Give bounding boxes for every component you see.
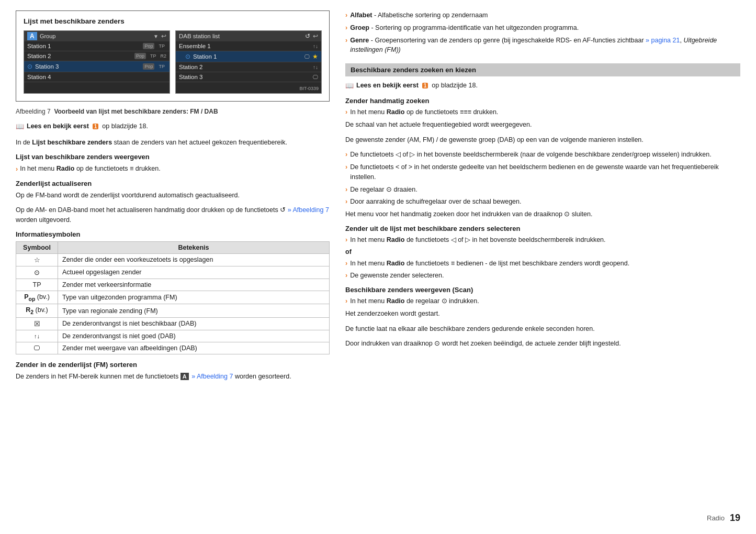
fm-header-text: A Group xyxy=(27,32,151,40)
afbeelding7-link[interactable]: » Afbeelding 7 xyxy=(288,206,329,214)
table-row: ⊙ Actueel opgeslagen zender xyxy=(16,266,330,279)
symbol-table: Symbool Betekenis ☆ Zender die onder een… xyxy=(16,241,330,354)
fm-station-tp: TP xyxy=(157,63,166,70)
bullet-1: › In het menu Radio op de functietoets ≡… xyxy=(16,164,330,174)
bullet-text: Door aanraking de schuifregelaar over de… xyxy=(350,197,521,207)
dab-header-text: DAB station list xyxy=(179,33,302,39)
table-row: ☆ Zender die onder een voorkeuzetoets is… xyxy=(16,253,330,266)
page-number: 19 xyxy=(730,513,740,524)
return-icon[interactable]: ↩ xyxy=(161,32,166,40)
col-header-betekenis: Betekenis xyxy=(58,241,330,253)
meaning-cell: Zender met verkeersinformatie xyxy=(58,279,330,291)
afbeelding7-link2[interactable]: » Afbeelding 7 xyxy=(191,373,233,380)
right-bullet-select3: › De gewenste zender selecteren. xyxy=(345,271,740,281)
section-heading-2: Zenderlijst actualiseren xyxy=(16,180,330,187)
symbol-cell: Pop (bv.) xyxy=(16,291,58,304)
screen-icon: 🖵 xyxy=(313,74,318,80)
right-bullet-select2: › In het menu Radio de functietoets ≡ be… xyxy=(345,259,740,269)
right-bullet-fn3: › De regelaar ⊙ draaien. xyxy=(345,185,740,195)
right-para2: De gewenste zender (AM, FM) / de gewenst… xyxy=(345,135,740,145)
image-caption: Afbeelding 7 Voorbeeld van lijst met bes… xyxy=(16,108,330,115)
bullet-arrow-icon: › xyxy=(345,235,347,245)
right-notice-label: Lees en bekijk eerst xyxy=(356,82,419,89)
symbol-cell: TP xyxy=(16,279,58,291)
footer-radio-label: Radio xyxy=(707,514,725,522)
section-heading-1: Lijst van beschikbare zenders weergeven xyxy=(16,153,330,161)
dab-station-name: Station 1 xyxy=(193,53,302,60)
right-bullet-genre: › Genre - Groepensortering van de zender… xyxy=(345,36,740,55)
bit-code: BIT-0339 xyxy=(176,82,321,93)
table-row: TP Zender met verkeersinformatie xyxy=(16,279,330,291)
bullet-text: De gewenste zender selecteren. xyxy=(350,271,444,281)
circle-icon: ⊙ xyxy=(185,53,190,60)
fm-station-row[interactable]: Station 1 Pop TP xyxy=(24,41,170,51)
bullet-text: In het menu Radio de functietoets ◁ of ▷… xyxy=(350,235,605,245)
bullet-arrow-icon: › xyxy=(345,23,347,33)
circle-icon: ⊙ xyxy=(27,63,32,70)
fm-station-pop: Pop xyxy=(143,43,154,49)
bullet-arrow-icon: › xyxy=(16,164,18,174)
dropdown-arrow-icon[interactable]: ▼ xyxy=(153,34,159,39)
return-icon[interactable]: ↩ xyxy=(313,32,318,40)
dab-station-name: Station 3 xyxy=(179,74,310,80)
dab-station-row[interactable]: Station 2 ↑↓ xyxy=(176,62,321,72)
refresh-icon[interactable]: ↺ xyxy=(305,32,310,40)
scan-para1: Het zenderzoeken wordt gestart. xyxy=(345,309,740,319)
bullet-arrow-icon: › xyxy=(345,36,347,46)
bullet-arrow-icon: › xyxy=(345,296,347,306)
bullet-arrow-icon: › xyxy=(345,10,347,20)
right-notice-suffix: op bladzijde 18. xyxy=(432,82,478,89)
dab-station-name: Ensemble 1 xyxy=(179,43,310,49)
fm-station-r2: R2 xyxy=(160,53,166,59)
right-bullet-fn2: › De functietoets < of > in het onderste… xyxy=(345,162,740,182)
fm-station-pop: Pop xyxy=(134,53,146,59)
fm-station-name: Station 3 xyxy=(35,63,140,70)
pagina21-link[interactable]: » pagina 21 xyxy=(646,37,680,44)
symbol-cell: R2 (bv.) xyxy=(16,304,58,318)
info-table-section: Informatiesymbolen Symbool Betekenis ☆ Z… xyxy=(16,230,330,354)
top-bullets-section: › Alfabet - Alfabetische sortering op ze… xyxy=(345,10,740,55)
fm-station-row[interactable]: Station 4 xyxy=(24,72,170,82)
dab-station-row-active[interactable]: ⊙ Station 1 🖵 ★ xyxy=(176,51,321,62)
dab-panel-header: DAB station list ↺ ↩ xyxy=(176,31,321,41)
info-table-heading: Informatiesymbolen xyxy=(16,230,330,238)
meaning-cell: Actueel opgeslagen zender xyxy=(58,266,330,279)
right-book-notice: 📖 Lees en bekijk eerst 1 op bladzijde 18… xyxy=(345,82,740,90)
dab-station-row[interactable]: Ensemble 1 ↑↓ xyxy=(176,41,321,51)
left-column: Lijst met beschikbare zenders A Group ▼ … xyxy=(16,10,330,524)
notice-text: Lees en bekijk eerst 1 op bladzijde 18. xyxy=(27,123,148,130)
bullet-arrow-icon: › xyxy=(345,107,347,117)
bullet-text: In het menu Radio op de functietoets ≡≡≡… xyxy=(350,107,498,117)
symbol-cell: ☆ xyxy=(16,253,58,266)
notice-label: Lees en bekijk eerst xyxy=(27,123,89,130)
dab-station-row[interactable]: Station 3 🖵 xyxy=(176,72,321,82)
a-box: A xyxy=(27,32,37,40)
actualiseren-para2: Op de AM- en DAB-band moet het actualise… xyxy=(16,205,330,225)
fm-station-row[interactable]: Station 2 Pop TP R2 xyxy=(24,51,170,61)
right-bullet-alfabet: › Alfabet - Alfabetische sortering op ze… xyxy=(345,10,740,20)
right-bullet-groep: › Groep - Sortering op programma-identif… xyxy=(345,23,740,33)
meaning-cell: Zender met weergave van afbeeldingen (DA… xyxy=(58,342,330,354)
book-notice: 📖 Lees en bekijk eerst 1 op bladzijde 18… xyxy=(16,123,330,130)
dab-panel: DAB station list ↺ ↩ Ensemble 1 ↑↓ ⊙ Sta… xyxy=(175,30,322,94)
right-bullet-fn4: › Door aanraking de schuifregelaar over … xyxy=(345,197,740,207)
fm-station-tp: TP xyxy=(157,43,166,49)
right-bullet-manual: › In het menu Radio op de functietoets ≡… xyxy=(345,107,740,117)
bullet-arrow-icon: › xyxy=(345,162,347,172)
fm-station-row-active[interactable]: ⊙ Station 3 Pop TP xyxy=(24,61,170,72)
symbol-cell: 🖵 xyxy=(16,342,58,354)
symbol-cell: ↑↓ xyxy=(16,330,58,342)
sorteren-para: De zenders in het FM-bereik kunnen met d… xyxy=(16,372,330,382)
section-bar: Beschikbare zenders zoeken en kiezen xyxy=(345,63,740,76)
book-icon: 📖 xyxy=(16,123,24,130)
table-row: 🖵 Zender met weergave van afbeeldingen (… xyxy=(16,342,330,354)
fm-station-name: Station 4 xyxy=(27,74,166,80)
fm-panel-header: A Group ▼ ↩ xyxy=(24,31,170,41)
intro-paragraph: In de Lijst beschikbare zenders staan de… xyxy=(16,138,330,148)
sub-heading-1: Zender handmatig zoeken xyxy=(345,97,740,105)
table-row: R2 (bv.) Type van regionale zending (FM) xyxy=(16,304,330,318)
group-label: Group xyxy=(40,33,56,39)
right-notice-num: 1 xyxy=(422,83,428,88)
right-bullet-fn1: › De functietoets ◁ of ▷ in het bovenste… xyxy=(345,150,740,160)
table-row: Pop (bv.) Type van uitgezonden programma… xyxy=(16,291,330,304)
